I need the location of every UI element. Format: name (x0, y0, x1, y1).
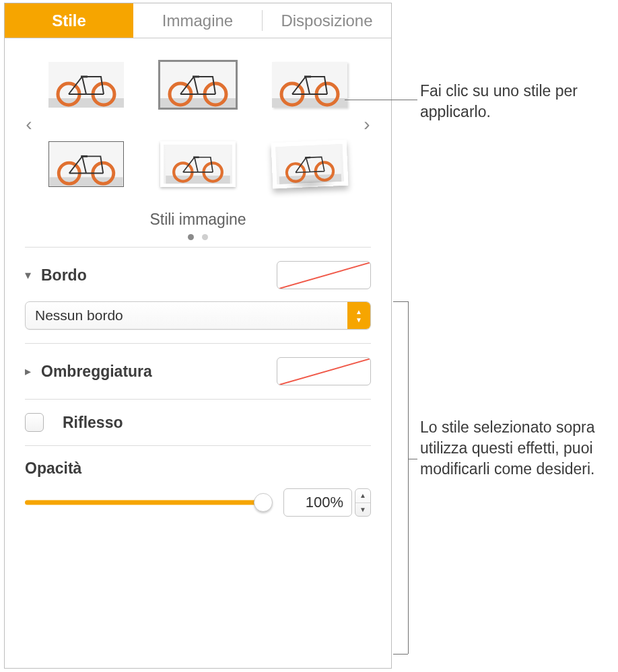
opacity-field[interactable] (283, 488, 352, 517)
bicycle-icon (275, 144, 344, 184)
shadow-section: ▸ Ombreggiatura (25, 343, 371, 399)
callout-bracket-vert (408, 301, 409, 654)
border-popup-value: Nessun bordo (35, 307, 123, 324)
styles-page-dots (188, 234, 208, 240)
tab-image[interactable]: Immagine (133, 3, 262, 38)
styles-next-arrow[interactable]: › (357, 114, 377, 135)
shadow-title: Ombreggiatura (41, 363, 152, 381)
reflection-title: Riflesso (63, 414, 123, 432)
slider-knob-icon[interactable] (254, 493, 273, 512)
border-title: Bordo (41, 266, 87, 285)
format-panel: Stile Immagine Disposizione ‹ (4, 3, 392, 669)
bicycle-icon (48, 62, 124, 108)
border-type-popup[interactable]: Nessun bordo ▲▼ (25, 301, 371, 330)
opacity-stepper-arrows: ▲ ▼ (355, 488, 371, 517)
callout-bracket-top (393, 301, 408, 302)
opacity-stepper: ▲ ▼ (283, 488, 371, 517)
shadow-disclosure-icon[interactable]: ▸ (25, 364, 36, 379)
style-thumb-1[interactable] (46, 59, 127, 111)
callout-lead-1 (345, 100, 417, 100)
border-preview-well[interactable] (277, 261, 371, 289)
callout-bracket-mid (408, 459, 417, 459)
style-thumb-2[interactable] (158, 59, 238, 111)
style-thumb-3[interactable] (269, 59, 350, 111)
page-dot-2[interactable] (202, 234, 208, 240)
tab-style[interactable]: Stile (5, 3, 133, 38)
tab-layout[interactable]: Disposizione (263, 3, 391, 38)
reflection-checkbox[interactable] (25, 413, 44, 432)
slider-track (25, 500, 271, 505)
bicycle-icon (160, 62, 236, 108)
reflection-section: Riflesso (25, 399, 371, 445)
shadow-preview-well[interactable] (277, 357, 371, 385)
image-styles-label: Stili immagine (149, 211, 246, 229)
callout-bracket-bottom (393, 654, 408, 655)
bicycle-icon (49, 142, 123, 186)
stepper-up-icon[interactable]: ▲ (355, 489, 370, 503)
styles-prev-arrow[interactable]: ‹ (19, 114, 39, 135)
stepper-down-icon[interactable]: ▼ (355, 503, 370, 517)
bicycle-icon (272, 62, 347, 108)
opacity-section: Opacità ▲ ▼ (25, 445, 371, 530)
style-thumb-4[interactable] (46, 138, 127, 190)
image-styles-grid (39, 59, 357, 190)
border-section: ▾ Bordo Nessun bordo ▲▼ (25, 247, 371, 343)
opacity-title: Opacità (25, 459, 81, 477)
callout-text-2: Lo stile selezionato sopra utilizza ques… (420, 417, 615, 480)
callout-text-1: Fai clic su uno stile per applicarlo. (420, 81, 609, 122)
border-disclosure-icon[interactable]: ▾ (25, 268, 36, 283)
opacity-slider[interactable] (25, 492, 271, 513)
style-thumb-5[interactable] (158, 138, 238, 190)
page-dot-1[interactable] (188, 234, 194, 240)
style-thumb-6[interactable] (269, 138, 350, 190)
popup-arrows-icon: ▲▼ (347, 302, 370, 329)
image-styles-area: ‹ (5, 38, 391, 247)
bicycle-icon (164, 145, 232, 184)
format-tabs: Stile Immagine Disposizione (5, 3, 391, 38)
